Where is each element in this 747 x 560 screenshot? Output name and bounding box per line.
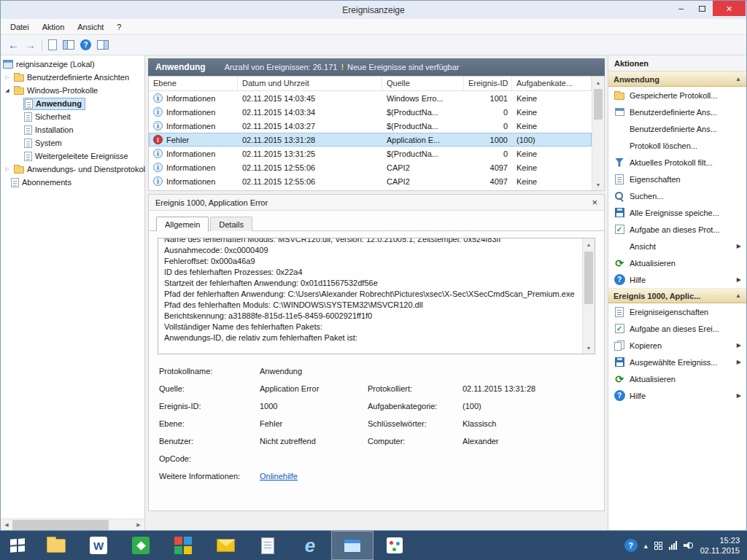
actions-section-event[interactable]: Ereignis 1000, Applic... ▲ [608,288,746,303]
tree-item-application[interactable]: Anwendung [1,97,144,110]
event-viewer-window: Ereignisanzeige – × Datei Aktion Ansicht… [0,0,747,531]
action-attach-task-event[interactable]: ✓ Aufgabe an dieses Erei... [608,320,746,337]
tree-item-root[interactable]: reignisanzeige (Lokal) [1,58,144,71]
tree-item-setup[interactable]: Installation [1,123,144,136]
action-refresh[interactable]: ⟳ Aktualisieren [608,254,746,271]
tree-item-apps-services-logs[interactable]: ▷ Anwendungs- und Dienstprotokoll [1,163,144,176]
properties-toolbar-button[interactable] [48,39,57,50]
description-line: Ausnahmecode: 0xc0000409 [164,245,577,256]
taskbar-word[interactable]: W [77,531,120,560]
actions-pane-title: Aktionen [608,55,746,71]
tray-grid-icon[interactable] [654,542,662,550]
show-hidden-icons-button[interactable]: ▴ [644,542,648,550]
column-header-task-category[interactable]: Aufgabenkate... [512,77,592,90]
action-save-selected-events[interactable]: Ausgewählte Ereigniss... ▶ [608,354,746,370]
taskbar-ie[interactable]: e [289,531,331,560]
action-clear-log[interactable]: Protokoll löschen... [608,137,746,154]
scroll-up-button[interactable]: ▲ [583,238,595,250]
online-help-link[interactable]: Onlinehilfe [260,472,368,481]
action-import-custom-view[interactable]: Benutzerdefinierte Ans... [608,120,746,137]
back-button[interactable]: ← [8,39,19,50]
menu-datei[interactable]: Datei [4,20,36,34]
taskbar-paint[interactable] [374,531,416,560]
forward-button[interactable]: → [25,39,36,50]
taskbar-explorer[interactable] [35,531,77,560]
tree-item-custom-views[interactable]: ▷ Benutzerdefinierte Ansichten [1,71,144,84]
event-row-selected[interactable]: !Fehler 02.11.2015 13:31:28 Application … [149,133,592,147]
detail-close-button[interactable]: × [592,197,597,208]
menu-ansicht[interactable]: Ansicht [71,20,110,34]
taskbar-photos[interactable] [162,531,204,560]
scrollbar-thumb[interactable] [12,520,109,530]
event-task: Keine [512,94,592,103]
action-pane-toggle-button[interactable] [97,40,109,50]
taskbar-clock[interactable]: 15:23 02.11.2015 [700,535,740,556]
expander-icon[interactable]: ▷ [4,74,11,80]
taskbar-notepad[interactable] [247,531,289,560]
column-header-source[interactable]: Quelle [382,77,464,90]
action-help-event[interactable]: ? Hilfe ▶ [608,387,746,404]
menu-aktion[interactable]: Aktion [36,20,71,34]
action-copy[interactable]: Kopieren ▶ [608,337,746,354]
action-save-all-events[interactable]: Alle Ereignisse speiche... [608,204,746,221]
event-row[interactable]: iInformationen 02.11.2015 14:03:27 $(Pro… [149,119,592,133]
taskbar-event-viewer[interactable] [331,531,374,560]
action-help[interactable]: ? Hilfe ▶ [608,271,746,288]
event-row[interactable]: iInformationen 02.11.2015 14:03:45 Windo… [149,91,592,105]
action-attach-task[interactable]: ✓ Aufgabe an dieses Prot... [608,221,746,238]
event-list-scrollbar[interactable]: ▲ ▼ [592,77,604,190]
action-filter-current-log[interactable]: Aktuelles Protokoll filt... [608,154,746,171]
tray-help-icon[interactable]: ? [624,539,638,552]
event-row[interactable]: iInformationen 02.11.2015 12:55:06 CAPI2… [149,160,592,174]
action-event-properties[interactable]: Ereigniseigenschaften [608,303,746,320]
scroll-right-button[interactable]: ▶ [133,519,144,531]
scroll-left-button[interactable]: ◀ [1,519,12,531]
scroll-down-button[interactable]: ▼ [583,342,595,354]
event-row[interactable]: iInformationen 02.11.2015 12:55:06 CAPI2… [149,174,592,188]
action-find[interactable]: Suchen... [608,187,746,204]
expander-icon[interactable]: ◢ [4,88,11,93]
close-button[interactable]: × [713,1,746,16]
scroll-up-button[interactable]: ▲ [592,77,604,88]
event-row[interactable]: iInformationen 02.11.2015 14:03:34 $(Pro… [149,105,592,119]
tree-item-forwarded-events[interactable]: Weitergeleitete Ereignisse [1,149,144,163]
menu-hilfe[interactable]: ? [110,20,128,34]
tab-allgemein[interactable]: Allgemein [156,217,209,231]
action-view[interactable]: Ansicht ▶ [608,238,746,254]
action-create-custom-view[interactable]: Benutzerdefinierte Ans... [608,104,746,120]
collapse-section-icon[interactable]: ▲ [735,76,741,82]
action-properties[interactable]: Eigenschaften [608,171,746,187]
column-header-level[interactable]: Ebene [149,77,238,90]
tree-item-subscriptions[interactable]: Abonnements [1,176,144,189]
column-header-datetime[interactable]: Datum und Uhrzeit [238,77,382,90]
tab-details[interactable]: Details [210,217,252,231]
action-open-saved-log[interactable]: Gespeicherte Protokoll... [608,87,746,104]
action-refresh-event[interactable]: ⟳ Aktualisieren [608,370,746,387]
scroll-down-button[interactable]: ▼ [592,179,604,190]
tree-item-security[interactable]: Sicherheit [1,110,144,123]
console-tree-toggle-button[interactable] [63,40,74,50]
maximize-button[interactable] [692,1,713,16]
tree-horizontal-scrollbar[interactable]: ◀ ▶ [1,518,144,530]
network-icon[interactable] [669,541,677,550]
event-row[interactable]: iInformationen 02.11.2015 13:31:25 $(Pro… [149,147,592,160]
event-datetime: 02.11.2015 12:55:06 [238,163,382,172]
column-header-event-id[interactable]: Ereignis-ID [464,77,512,90]
collapse-section-icon[interactable]: ▲ [735,292,741,299]
titlebar[interactable]: Ereignisanzeige – × [1,1,746,19]
tree-item-windows-logs[interactable]: ◢ Windows-Protokolle [1,84,144,97]
event-description-box[interactable]: Name des fehlerhaften Moduls: MSVCR120.d… [158,238,595,354]
taskbar-mail[interactable] [204,531,247,560]
selected-tree-item: Anwendung [23,98,85,110]
start-button[interactable] [0,531,35,560]
scrollbar-thumb[interactable] [594,89,603,120]
expander-icon[interactable]: ▷ [4,166,11,172]
taskbar-green-app[interactable] [120,531,162,560]
description-scrollbar[interactable]: ▲ ▼ [582,238,595,354]
tree-item-system[interactable]: System [1,136,144,149]
help-toolbar-button[interactable]: ? [80,39,91,50]
actions-section-anwendung[interactable]: Anwendung ▲ [608,71,746,87]
scrollbar-thumb[interactable] [584,252,593,304]
volume-icon[interactable] [684,541,694,550]
minimize-button[interactable]: – [670,1,692,16]
